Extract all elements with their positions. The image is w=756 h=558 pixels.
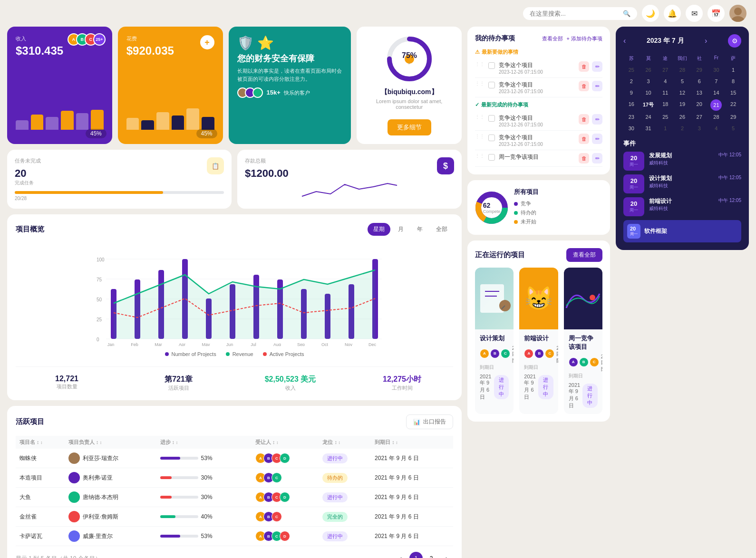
drag-handle-1[interactable]: ⋮⋮ (475, 61, 485, 67)
bell-icon-button[interactable]: 🔔 (664, 5, 681, 22)
search-input[interactable] (530, 10, 619, 17)
cal-day-10[interactable]: 10 (640, 87, 657, 98)
delete-todo-5[interactable]: 🗑 (579, 153, 589, 164)
delete-todo-2[interactable]: 🗑 (579, 81, 589, 91)
drag-handle-3[interactable]: ⋮⋮ (475, 114, 485, 119)
cal-day-21-today[interactable]: 21 (710, 99, 722, 111)
edit-todo-1[interactable]: ✏ (592, 61, 602, 72)
cal-day-11[interactable]: 11 (657, 87, 673, 98)
cal-day-23[interactable]: 23 (623, 112, 640, 122)
cal-day-26[interactable]: 26 (674, 112, 690, 122)
col-assignee[interactable]: 受让人 ↕ (252, 436, 319, 449)
cal-day-29[interactable]: 29 (725, 112, 741, 122)
cal-day-17[interactable]: 17号 (640, 99, 657, 111)
cal-day-28[interactable]: 28 (708, 112, 725, 122)
export-button[interactable]: 📊 出口报告 (406, 414, 453, 429)
drag-handle-4[interactable]: ⋮⋮ (475, 134, 485, 139)
cal-day-8[interactable]: 8 (725, 76, 741, 87)
todo-checkbox-2[interactable] (488, 82, 495, 88)
cal-day-19[interactable]: 19 (674, 99, 690, 111)
user-avatar[interactable] (729, 5, 746, 22)
cal-day-30[interactable]: 30 (623, 123, 640, 134)
add-todo-link[interactable]: + 添加待办事项 (567, 35, 602, 42)
mail-icon-button[interactable]: ✉ (686, 5, 703, 22)
cal-next-button[interactable]: › (705, 37, 707, 45)
edit-todo-5[interactable]: ✏ (592, 153, 602, 164)
cal-day-15[interactable]: 15 (725, 87, 741, 98)
todo-checkbox-1[interactable] (488, 62, 495, 69)
cal-day-22[interactable]: 22 (725, 99, 741, 111)
cal-day-26-prev[interactable]: 26 (640, 65, 657, 75)
todo-checkbox-5[interactable] (488, 154, 495, 161)
row-name: 金丝雀 (16, 507, 65, 527)
legend-dot-projects (165, 352, 169, 356)
cal-day-2-next[interactable]: 2 (674, 123, 690, 134)
cal-day-25[interactable]: 25 (657, 112, 673, 122)
moon-icon-button[interactable]: 🌙 (642, 5, 659, 22)
cal-day-16[interactable]: 16 (623, 99, 640, 111)
search-box[interactable]: 🔍 (523, 7, 637, 20)
cal-prev-button[interactable]: ‹ (623, 37, 626, 45)
cal-day-18[interactable]: 18 (657, 99, 673, 111)
cal-day-29-prev[interactable]: 29 (691, 65, 708, 75)
page-1-button[interactable]: 1 (409, 552, 423, 558)
prev-page-button[interactable]: ‹ (394, 552, 407, 558)
page-buttons[interactable]: ‹ 1 2 › (394, 552, 453, 558)
col-status[interactable]: 龙位 ↕ (319, 436, 371, 449)
cal-day-28-prev[interactable]: 28 (674, 65, 690, 75)
edit-todo-2[interactable]: ✏ (592, 81, 602, 91)
cal-day-31[interactable]: 31 (640, 123, 657, 134)
cal-day-3-next[interactable]: 3 (691, 123, 708, 134)
cal-day-25-prev[interactable]: 25 (623, 65, 640, 75)
detail-button[interactable]: 更多细节 (388, 119, 431, 135)
cal-day-30-prev[interactable]: 30 (708, 65, 725, 75)
tab-all[interactable]: 全部 (430, 223, 453, 236)
task-progress-label: 20/28 (15, 196, 224, 201)
view-all-button[interactable]: 查看全部 (566, 248, 602, 262)
bar-2 (31, 115, 44, 130)
cal-day-12[interactable]: 12 (674, 87, 690, 98)
todo-checkbox-4[interactable] (488, 135, 495, 141)
cal-day-2[interactable]: 2 (623, 76, 640, 87)
cal-day-6[interactable]: 6 (691, 76, 708, 87)
tab-weekly[interactable]: 星期 (368, 223, 390, 236)
tab-monthly[interactable]: 月 (392, 223, 409, 236)
calendar-icon-button[interactable]: 📅 (708, 5, 725, 22)
cal-day-14[interactable]: 14 (708, 87, 725, 98)
cal-day-24[interactable]: 24 (640, 112, 657, 122)
chart-tabs[interactable]: 星期 月 年 全部 (368, 223, 453, 236)
drag-handle-5[interactable]: ⋮⋮ (475, 153, 485, 158)
cal-day-3[interactable]: 3 (640, 76, 657, 87)
col-manager[interactable]: 项目负责人 ↕ (65, 436, 156, 449)
cal-day-1[interactable]: 1 (725, 65, 741, 75)
delete-todo-3[interactable]: 🗑 (579, 114, 589, 125)
cal-day-27-prev[interactable]: 27 (657, 65, 673, 75)
edit-todo-3[interactable]: ✏ (592, 114, 602, 125)
cal-day-1-next[interactable]: 1 (657, 123, 673, 134)
cal-day-7[interactable]: 7 (708, 76, 725, 87)
cal-day-27[interactable]: 27 (691, 112, 708, 122)
page-2-button[interactable]: 2 (425, 552, 438, 558)
tab-yearly[interactable]: 年 (411, 223, 428, 236)
cal-day-9[interactable]: 9 (623, 87, 640, 98)
col-progress[interactable]: 进步 ↕ (156, 436, 252, 449)
delete-todo-4[interactable]: 🗑 (579, 134, 589, 144)
col-due[interactable]: 到期日 ↕ (371, 436, 453, 449)
calendar-settings-button[interactable]: ⚙ (728, 34, 741, 48)
event-info-3: 前端设计 威特科技 (649, 197, 714, 212)
col-name[interactable]: 项目名 ↕ (16, 436, 65, 449)
next-page-button[interactable]: › (440, 552, 453, 558)
cal-day-4-next[interactable]: 4 (708, 123, 725, 134)
todo-checkbox-3[interactable] (488, 115, 495, 122)
cal-day-5[interactable]: 5 (674, 76, 690, 87)
cal-day-20[interactable]: 20 (691, 99, 708, 111)
drag-handle-2[interactable]: ⋮⋮ (475, 81, 485, 86)
edit-todo-4[interactable]: ✏ (592, 134, 602, 144)
row-progress: 30% (156, 468, 252, 488)
delete-todo-1[interactable]: 🗑 (579, 61, 589, 72)
cal-day-13[interactable]: 13 (691, 87, 708, 98)
cal-day-4[interactable]: 4 (657, 76, 673, 87)
add-expense-button[interactable]: + (200, 35, 214, 49)
view-all-link[interactable]: 查看全部 (542, 35, 563, 42)
cal-day-5-next[interactable]: 5 (725, 123, 741, 134)
